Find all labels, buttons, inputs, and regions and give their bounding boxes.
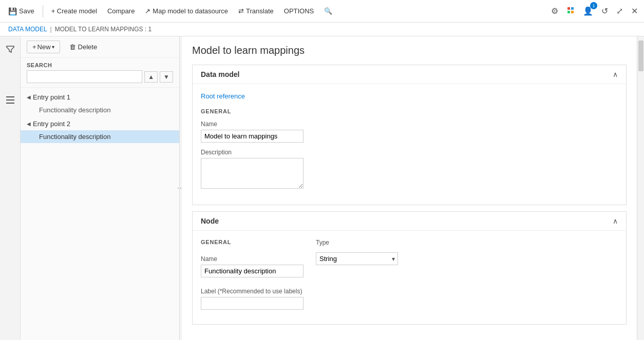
- svg-rect-3: [571, 11, 574, 13]
- node-label-field: Label (*Recommended to use labels): [201, 288, 304, 310]
- sidebar-icons: [0, 36, 21, 340]
- search-row: ▲ ▼: [27, 70, 173, 83]
- main-layout: + New ▾ 🗑 Delete SEARCH ▲ ▼ ◀ Entry po: [0, 36, 644, 340]
- data-model-section: Data model ∧ Root reference GENERAL Name…: [192, 65, 627, 205]
- node-col-left: GENERAL Name Label (*Recommended to use …: [201, 239, 304, 316]
- root-reference-link[interactable]: Root reference: [201, 92, 245, 100]
- breadcrumb-current: MODEL TO LEARN MAPPINGS : 1: [55, 26, 152, 33]
- node-label-input[interactable]: [201, 297, 304, 310]
- search-label: SEARCH: [27, 62, 173, 68]
- new-button[interactable]: + New ▾: [27, 41, 60, 53]
- tree-child-label-func1: Functionality description: [39, 106, 110, 114]
- node-label-label: Label (*Recommended to use labels): [201, 288, 304, 295]
- scroll-track[interactable]: [637, 36, 644, 340]
- svg-rect-1: [571, 7, 574, 10]
- left-panel-toolbar: + New ▾ 🗑 Delete: [21, 36, 179, 58]
- toolbar: 💾 Save + Create model Compare ↗ Map mode…: [0, 0, 644, 23]
- search-icon: 🔍: [324, 7, 332, 15]
- node-type-select-wrapper: String Integer Boolean Date Real Contain…: [316, 252, 398, 265]
- hamburger-icon: [6, 96, 14, 104]
- hamburger-icon-button[interactable]: [2, 92, 18, 108]
- nav-down-button[interactable]: ▼: [160, 71, 173, 83]
- tree-arrow-entry1: ◀: [27, 94, 31, 100]
- save-icon: 💾: [8, 7, 17, 15]
- data-model-collapse-button[interactable]: ∧: [613, 70, 618, 78]
- search-toolbar-button[interactable]: 🔍: [320, 5, 336, 17]
- tree: ◀ Entry point 1 Functionality descriptio…: [21, 88, 179, 340]
- scroll-thumb: [638, 41, 643, 71]
- node-section: Node ∧ GENERAL Name Label (*Recommended …: [192, 211, 627, 325]
- data-model-section-body: Root reference GENERAL Name Description: [193, 84, 626, 205]
- data-model-section-title: Data model: [201, 70, 239, 78]
- toolbar-separator: [43, 5, 43, 17]
- tree-group-entry1: ◀ Entry point 1 Functionality descriptio…: [21, 91, 179, 116]
- data-model-name-field: Name: [201, 121, 618, 143]
- breadcrumb-separator: |: [50, 26, 52, 33]
- page-title: Model to learn mappings: [192, 45, 627, 56]
- node-type-label: Type: [316, 239, 398, 246]
- node-section-header[interactable]: Node ∧: [193, 212, 626, 231]
- node-section-body: GENERAL Name Label (*Recommended to use …: [193, 231, 626, 324]
- settings-icon-button[interactable]: ⚙: [549, 4, 560, 18]
- node-general-label: GENERAL: [201, 239, 304, 245]
- data-model-description-field: Description: [201, 149, 618, 190]
- tree-group-entry2: ◀ Entry point 2 Functionality descriptio…: [21, 117, 179, 143]
- svg-rect-4: [6, 96, 14, 97]
- filter-icon-button[interactable]: [2, 41, 18, 57]
- tree-parent-entry2[interactable]: ◀ Entry point 2: [21, 117, 179, 130]
- tree-child-func1[interactable]: Functionality description: [21, 104, 179, 116]
- close-button[interactable]: ✕: [629, 4, 640, 18]
- filter-icon: [6, 45, 14, 53]
- breadcrumb-data-model[interactable]: DATA MODEL: [8, 26, 47, 33]
- node-name-field: Name: [201, 255, 304, 277]
- search-input[interactable]: [27, 70, 142, 83]
- node-col-right: Type String Integer Boolean Date Real Co…: [316, 239, 398, 265]
- plus-icon: +: [32, 43, 36, 51]
- office-icon: [566, 6, 575, 14]
- tree-parent-label-entry1: Entry point 1: [33, 93, 70, 101]
- office-icon-button[interactable]: [564, 4, 577, 18]
- chevron-down-icon: ▾: [52, 44, 54, 50]
- svg-rect-0: [567, 7, 570, 10]
- right-content: Model to learn mappings Data model ∧ Roo…: [182, 36, 637, 340]
- trash-icon: 🗑: [69, 43, 76, 51]
- svg-rect-6: [6, 103, 14, 104]
- tree-parent-label-entry2: Entry point 2: [33, 120, 70, 128]
- tree-parent-entry1[interactable]: ◀ Entry point 1: [21, 91, 179, 104]
- svg-rect-2: [567, 11, 570, 13]
- search-section: SEARCH ▲ ▼: [21, 58, 179, 88]
- create-model-button[interactable]: + Create model: [47, 5, 101, 17]
- node-type-select[interactable]: String Integer Boolean Date Real Contain…: [316, 252, 398, 265]
- breadcrumb: DATA MODEL | MODEL TO LEARN MAPPINGS : 1: [0, 23, 644, 36]
- translate-button[interactable]: ⇄ Translate: [234, 5, 278, 17]
- delete-button[interactable]: 🗑 Delete: [64, 41, 103, 53]
- translate-icon: ⇄: [238, 7, 244, 15]
- node-collapse-button[interactable]: ∧: [613, 217, 618, 225]
- data-model-description-textarea[interactable]: [201, 158, 304, 189]
- data-model-general-label: GENERAL: [201, 108, 618, 114]
- tree-child-label-func2: Functionality description: [39, 133, 110, 141]
- node-name-label: Name: [201, 255, 304, 263]
- compare-button[interactable]: Compare: [103, 5, 139, 17]
- data-model-description-label: Description: [201, 149, 618, 156]
- save-button[interactable]: 💾 Save: [4, 5, 39, 17]
- node-section-title: Node: [201, 217, 219, 225]
- data-model-section-header[interactable]: Data model ∧: [193, 65, 626, 84]
- map-datasource-button[interactable]: ↗ Map model to datasource: [141, 5, 232, 17]
- open-external-button[interactable]: ⤢: [614, 4, 625, 18]
- data-model-name-input[interactable]: [201, 130, 304, 143]
- options-button[interactable]: OPTIONS: [280, 5, 318, 17]
- tree-child-func2[interactable]: Functionality description: [21, 130, 179, 143]
- map-icon: ↗: [145, 7, 150, 15]
- toolbar-right: ⚙ 👤 1 ↺ ⤢ ✕: [549, 4, 640, 18]
- node-name-input[interactable]: [201, 265, 304, 277]
- nav-up-button[interactable]: ▲: [144, 71, 158, 83]
- node-row: GENERAL Name Label (*Recommended to use …: [201, 239, 618, 316]
- data-model-name-label: Name: [201, 121, 618, 128]
- refresh-button[interactable]: ↺: [599, 4, 610, 18]
- svg-rect-5: [6, 99, 14, 101]
- notification-badge: 👤 1: [581, 4, 595, 18]
- left-panel: + New ▾ 🗑 Delete SEARCH ▲ ▼ ◀ Entry po: [21, 36, 180, 340]
- tree-arrow-entry2: ◀: [27, 121, 31, 127]
